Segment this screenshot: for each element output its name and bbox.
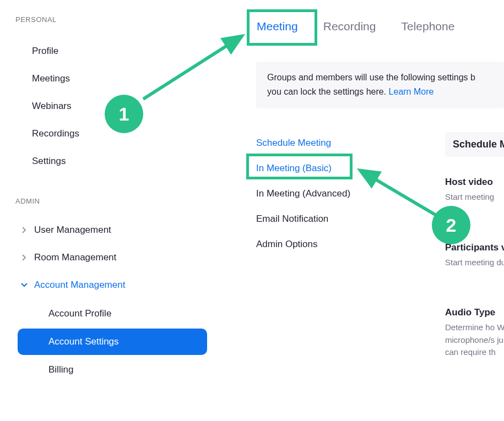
sidebar-subitem-account-profile[interactable]: Account Profile	[18, 300, 207, 327]
right-settings-column: Schedule Me Host video Start meeting Par…	[445, 132, 504, 381]
info-text-line1: Groups and members will use the followin…	[267, 73, 475, 82]
sidebar: PERSONAL Profile Meetings Webinars Recor…	[0, 0, 220, 421]
tab-telephone[interactable]: Telephone	[401, 20, 454, 37]
sidebar-item-settings[interactable]: Settings	[0, 147, 220, 175]
schedule-meeting-heading: Schedule Me	[445, 132, 504, 157]
sidebar-subitem-account-settings[interactable]: Account Settings	[18, 329, 207, 355]
sidebar-item-label: Account Management	[34, 280, 125, 291]
sidebar-item-label: User Management	[34, 225, 111, 236]
sidebar-item-webinars[interactable]: Webinars	[0, 92, 220, 120]
sidebar-item-user-management[interactable]: User Management	[0, 216, 220, 244]
chevron-right-icon	[21, 227, 28, 233]
tab-meeting[interactable]: Meeting	[257, 20, 298, 37]
setting-participants-title: Participants v	[445, 242, 504, 253]
sidebar-item-room-management[interactable]: Room Management	[0, 244, 220, 271]
learn-more-link[interactable]: Learn More	[389, 87, 434, 96]
sidebar-item-profile[interactable]: Profile	[0, 37, 220, 65]
setting-audio-type-desc: Determine ho When joining microphone/s j…	[445, 321, 504, 359]
sidebar-item-meetings[interactable]: Meetings	[0, 65, 220, 92]
sidebar-subitem-billing[interactable]: Billing	[18, 357, 207, 383]
admin-section-label: ADMIN	[0, 197, 220, 205]
sidebar-item-account-management[interactable]: Account Management	[0, 271, 220, 299]
info-banner: Groups and members will use the followin…	[256, 62, 504, 108]
tab-recording[interactable]: Recording	[323, 20, 376, 37]
setting-host-video-desc: Start meeting	[445, 191, 504, 204]
sidebar-item-label: Room Management	[34, 252, 116, 263]
info-text-line2: you can lock the settings here.	[267, 87, 389, 96]
setting-participants-desc: Start meeting during the me	[445, 256, 504, 269]
setting-host-video-title: Host video	[445, 177, 504, 188]
sidebar-item-recordings[interactable]: Recordings	[0, 120, 220, 147]
chevron-down-icon	[21, 282, 28, 288]
chevron-right-icon	[21, 254, 28, 261]
tabs: Meeting Recording Telephone	[242, 0, 504, 37]
setting-audio-type-title: Audio Type	[445, 307, 504, 318]
personal-section-label: PERSONAL	[0, 15, 220, 24]
